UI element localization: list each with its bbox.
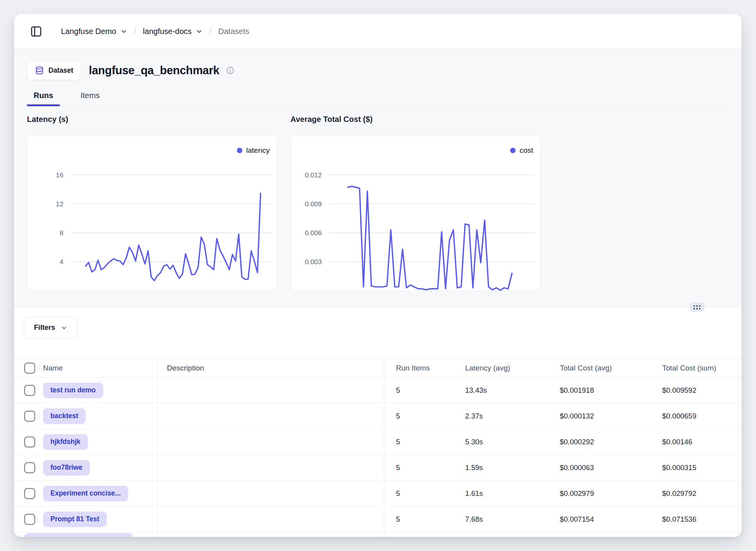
total-cost-sum-cell: $0.029792 [662,481,738,506]
runs-table: Name Description Run Items Latency (avg)… [14,358,742,537]
breadcrumb-org-label: Langfuse Demo [61,27,116,36]
tab-items[interactable]: Items [74,91,106,106]
description-cell [158,506,384,532]
table-row: foo78riwe51.59s$0.000063$0.000315 [14,455,742,481]
table-body: test run demo513.43s$0.001918$0.009592ba… [14,377,742,532]
cost-line-chart: 0.0030.0060.0090.012 [291,136,540,291]
svg-text:8: 8 [59,229,63,237]
app-window: Langfuse Demo / langfuse-docs / Datasets… [14,14,742,537]
run-name-badge[interactable]: foo78riwe [43,460,90,476]
run-items-cell: 5 [384,489,465,498]
run-name-badge[interactable]: backtest [43,408,86,424]
latency-legend-item[interactable]: latency [237,146,270,155]
select-all-checkbox[interactable] [24,363,35,374]
run-name-badge[interactable]: test run demo [43,383,103,398]
table-row: test run demo513.43s$0.001918$0.009592 [14,377,742,403]
dataset-info-button[interactable] [226,66,235,75]
name-cell: backtest [14,403,158,429]
latency-avg-cell: 7.68s [465,515,560,524]
legend-dot-icon [510,148,516,153]
info-icon [226,66,235,75]
column-header-name: Name [43,364,63,372]
total-cost-sum-cell: $0.00146 [662,429,738,454]
breadcrumb-datasets-link[interactable]: Datasets [219,27,249,36]
total-cost-avg-cell: $0.000063 [560,463,662,472]
svg-text:16: 16 [56,171,63,179]
description-cell [158,403,384,429]
sidebar-toggle-button[interactable] [28,23,44,39]
row-checkbox[interactable] [24,514,35,525]
dataset-header-row: Dataset langfuse_qa_benchmark [27,49,729,80]
run-items-cell: 5 [384,463,465,472]
total-cost-avg-cell: $0.007154 [560,515,662,524]
run-name-badge[interactable] [24,533,133,537]
breadcrumb-org-selector[interactable]: Langfuse Demo [61,27,127,36]
dataset-type-badge: Dataset [27,61,81,80]
dataset-type-label: Dataset [48,66,73,75]
run-name-badge[interactable]: Experiment concise... [43,486,128,501]
name-cell: Experiment concise... [14,481,158,506]
row-checkbox[interactable] [24,462,35,473]
run-items-cell: 5 [384,438,465,446]
breadcrumb-separator: / [209,26,211,37]
column-header-run-items: Run Items [384,364,465,372]
svg-text:0.012: 0.012 [305,171,322,179]
total-cost-sum-cell: $0.009592 [662,377,738,403]
filters-button[interactable]: Filters [24,317,77,339]
breadcrumb-project-selector[interactable]: langfuse-docs [143,27,203,36]
row-checkbox[interactable] [24,437,35,447]
table-row: Experiment concise...51.61s$0.002979$0.0… [14,481,742,506]
latency-avg-cell: 2.37s [465,412,560,420]
section-divider [14,307,742,307]
panel-left-icon [30,25,42,38]
latency-legend-label: latency [246,146,270,155]
run-name-badge[interactable]: hjkfdshjk [43,434,88,450]
latency-avg-cell: 5.30s [465,438,560,446]
cost-legend-item[interactable]: cost [510,146,533,155]
name-cell: hjkfdshjk [14,429,158,454]
table-header-row: Name Description Run Items Latency (avg)… [14,359,742,377]
total-cost-avg-cell: $0.002979 [560,489,662,498]
runs-table-section: Filters Name Description Run Items Laten… [14,307,742,537]
row-checkbox[interactable] [24,411,35,422]
svg-text:4: 4 [59,258,63,266]
column-header-latency-avg: Latency (avg) [465,364,560,372]
latency-avg-cell: 13.43s [465,386,560,395]
table-row: backtest52.37s$0.000132$0.000659 [14,403,742,429]
total-cost-sum-cell: $0.071536 [662,506,738,532]
name-cell: test run demo [14,377,158,403]
breadcrumb-datasets-label: Datasets [219,27,249,36]
cost-chart-group: Average Total Cost ($) 0.0030.0060.0090.… [290,115,541,291]
filters-button-label: Filters [34,324,55,332]
resize-drag-handle[interactable] [690,302,704,312]
column-header-description: Description [158,359,384,377]
latency-chart-group: Latency (s) 481216 latency [27,115,277,291]
breadcrumb-separator: / [134,26,136,37]
total-cost-avg-cell: $0.000132 [560,412,662,420]
total-cost-avg-cell: $0.000292 [560,438,662,446]
charts-section: Dataset langfuse_qa_benchmark Runs Items… [14,49,742,307]
total-cost-sum-cell: $0.000659 [662,403,738,429]
latency-avg-cell: 1.59s [465,463,560,472]
row-checkbox[interactable] [24,385,35,396]
column-header-total-cost-avg: Total Cost (avg) [560,364,662,372]
grip-dots-icon [693,305,700,309]
latency-avg-cell: 1.61s [465,489,560,498]
page-title: langfuse_qa_benchmark [89,64,219,77]
top-bar: Langfuse Demo / langfuse-docs / Datasets [14,14,742,49]
run-items-cell: 5 [384,515,465,524]
name-cell: Prompt 81 Test [14,506,158,532]
database-icon [35,66,44,75]
latency-chart-card: 481216 latency [27,136,277,291]
tab-runs[interactable]: Runs [27,91,60,106]
chevron-down-icon [120,28,127,35]
chevron-down-icon [61,325,67,331]
legend-dot-icon [237,148,242,153]
run-name-badge[interactable]: Prompt 81 Test [43,512,107,527]
description-cell [158,455,384,480]
row-checkbox[interactable] [24,488,35,499]
chevron-down-icon [196,28,202,35]
cost-chart-card: 0.0030.0060.0090.012 cost [290,136,541,291]
svg-text:0.009: 0.009 [305,200,322,208]
breadcrumb-project-label: langfuse-docs [143,27,192,36]
